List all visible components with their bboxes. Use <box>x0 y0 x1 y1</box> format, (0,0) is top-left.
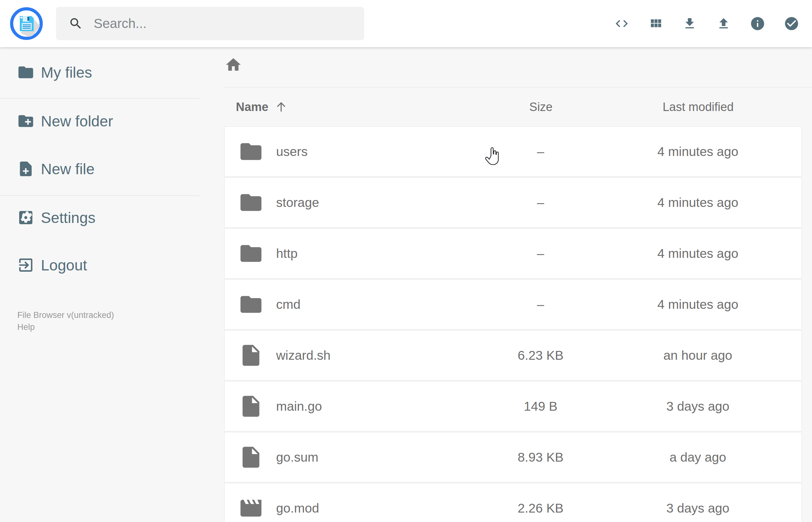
app-header <box>0 0 812 47</box>
file-name-cell: http <box>225 241 487 266</box>
home-icon <box>225 56 242 74</box>
file-size: – <box>487 246 594 261</box>
folder-icon <box>238 139 264 164</box>
search-icon <box>68 16 83 31</box>
file-row[interactable]: cmd – 4 minutes ago <box>224 279 802 329</box>
file-name-cell: wizard.sh <box>225 343 487 368</box>
logout-icon <box>17 256 35 274</box>
folder-icon <box>17 63 35 81</box>
sidebar-item-logout[interactable]: Logout <box>0 250 201 280</box>
upload-button[interactable] <box>716 16 731 32</box>
file-name: wizard.sh <box>276 348 330 363</box>
select-multiple-icon <box>784 16 799 32</box>
file-modified: 4 minutes ago <box>594 195 801 210</box>
sidebar-divider <box>0 195 199 196</box>
file-modified: a day ago <box>594 450 801 465</box>
file-name-cell: go.mod <box>225 496 487 521</box>
file-modified: 4 minutes ago <box>594 297 801 312</box>
info-button[interactable] <box>750 16 766 32</box>
file-row[interactable]: users – 4 minutes ago <box>224 126 802 177</box>
download-button[interactable] <box>682 16 697 32</box>
file-name-cell: cmd <box>225 292 487 317</box>
file-row[interactable]: go.mod 2.26 KB 3 days ago <box>224 483 802 522</box>
breadcrumb-divider <box>224 87 812 87</box>
file-modified: 3 days ago <box>594 399 801 414</box>
main-content: Name Size Last modified users – 4 minute… <box>201 47 812 522</box>
file-size: 8.93 KB <box>487 450 594 465</box>
column-header-size[interactable]: Size <box>487 100 594 114</box>
file-name: cmd <box>276 297 300 312</box>
file-row[interactable]: wizard.sh 6.23 KB an hour ago <box>224 330 802 381</box>
folder-icon <box>238 241 264 266</box>
column-header-modified[interactable]: Last modified <box>594 100 802 114</box>
code-view-button[interactable] <box>614 16 630 32</box>
file-row[interactable]: http – 4 minutes ago <box>224 228 802 279</box>
settings-icon <box>17 209 35 226</box>
file-name: users <box>276 144 308 159</box>
sidebar-item-settings[interactable]: Settings <box>0 202 201 233</box>
file-size: 6.23 KB <box>487 348 594 363</box>
file-modified: 4 minutes ago <box>594 246 801 261</box>
file-row[interactable]: main.go 149 B 3 days ago <box>224 381 802 431</box>
column-header-name[interactable]: Name <box>224 100 487 114</box>
code-view-icon <box>614 16 629 31</box>
sidebar-item-label: New folder <box>41 113 113 130</box>
file-icon <box>238 445 264 470</box>
file-icon <box>238 394 264 419</box>
sidebar-item-label: New file <box>41 160 95 178</box>
file-modified: 3 days ago <box>594 501 801 516</box>
file-row[interactable]: go.sum 8.93 KB a day ago <box>224 432 802 482</box>
file-size: – <box>487 195 594 210</box>
file-name: go.sum <box>276 450 318 465</box>
sidebar-item-label: My files <box>41 64 92 81</box>
sidebar-footer: File Browser v(untracked) Help <box>17 309 114 333</box>
file-list: users – 4 minutes ago storage – 4 minute… <box>224 126 802 522</box>
version-link[interactable]: File Browser v(untracked) <box>17 309 114 321</box>
file-modified: 4 minutes ago <box>594 144 801 159</box>
folder-icon <box>238 190 264 215</box>
file-size: 2.26 KB <box>487 501 594 516</box>
file-name: http <box>276 246 298 261</box>
header-toolbar <box>614 0 799 47</box>
sidebar-item-label: Settings <box>41 209 95 226</box>
file-name: go.mod <box>276 501 319 516</box>
app-logo[interactable] <box>10 7 43 40</box>
file-modified: an hour ago <box>594 348 801 363</box>
floppy-disk-logo-icon <box>10 7 43 40</box>
info-icon <box>750 16 766 32</box>
download-icon <box>683 16 697 31</box>
sidebar-item-new-file[interactable]: New file <box>0 154 201 184</box>
new-folder-icon <box>17 112 35 130</box>
file-name: main.go <box>276 399 322 414</box>
search-input[interactable] <box>94 16 345 31</box>
search-bar[interactable] <box>56 7 364 40</box>
sidebar: My files New folder New file Settings Lo… <box>0 47 201 522</box>
file-icon <box>238 343 264 368</box>
file-row[interactable]: storage – 4 minutes ago <box>224 177 802 228</box>
file-name-cell: storage <box>225 190 487 215</box>
sidebar-item-new-folder[interactable]: New folder <box>0 106 201 136</box>
sidebar-divider <box>0 98 199 99</box>
file-size: – <box>487 297 594 312</box>
sidebar-item-label: Logout <box>41 257 87 274</box>
file-name-cell: users <box>225 139 487 164</box>
breadcrumb-home-button[interactable] <box>225 56 242 74</box>
sort-ascending-icon <box>274 100 288 114</box>
select-multiple-button[interactable] <box>784 16 799 32</box>
sidebar-item-my-files[interactable]: My files <box>0 57 201 87</box>
file-size: 149 B <box>487 399 594 414</box>
grid-view-button[interactable] <box>648 16 664 32</box>
file-name: storage <box>276 195 319 210</box>
help-link[interactable]: Help <box>17 321 114 333</box>
file-size: – <box>487 144 594 159</box>
file-name-cell: main.go <box>225 394 487 419</box>
new-file-icon <box>17 160 35 178</box>
grid-view-icon <box>648 16 663 31</box>
upload-icon <box>716 16 731 31</box>
file-name-cell: go.sum <box>225 445 487 470</box>
movie-icon <box>238 496 264 521</box>
folder-icon <box>238 292 264 317</box>
listing-column-headers: Name Size Last modified <box>224 95 802 119</box>
